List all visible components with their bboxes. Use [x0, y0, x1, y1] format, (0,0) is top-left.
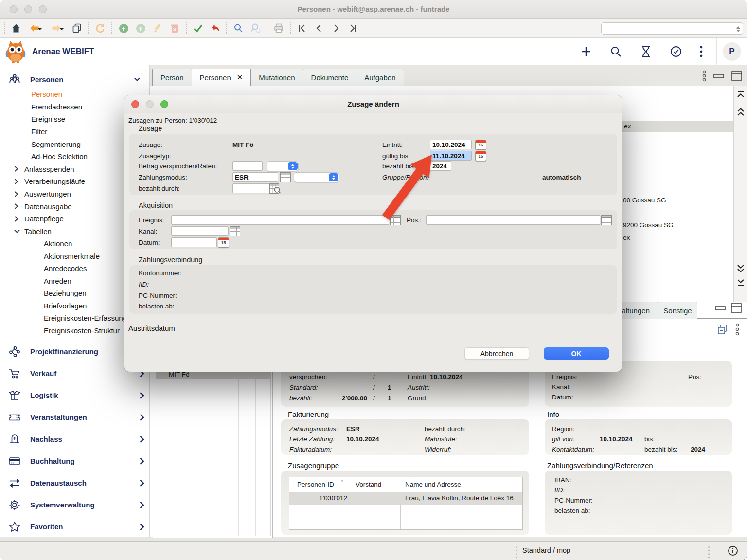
- detail-minimize-icon[interactable]: [715, 305, 726, 311]
- overflow-menu-icon[interactable]: [700, 46, 703, 57]
- tab-dokumente[interactable]: Dokumente: [303, 69, 357, 86]
- detail-more-icon[interactable]: [735, 323, 739, 336]
- sidebar-item-veranstaltungen[interactable]: Veranstaltungen: [0, 406, 149, 428]
- cancel-button[interactable]: Abbrechen: [464, 347, 529, 360]
- table-lookup-icon[interactable]: [230, 226, 240, 236]
- tasks-check-circle-icon[interactable]: [670, 45, 682, 58]
- panel-more-icon[interactable]: [702, 70, 706, 82]
- column-header-vorstand[interactable]: Vorstand: [356, 481, 381, 488]
- kanal-field[interactable]: [171, 226, 229, 236]
- refresh-icon[interactable]: [94, 22, 106, 34]
- zahlungsmodus-field[interactable]: [232, 172, 278, 182]
- tab-personen[interactable]: Personen✕: [192, 69, 251, 86]
- ereignis-field[interactable]: [171, 215, 389, 225]
- close-icon[interactable]: ✕: [237, 73, 243, 82]
- table-row[interactable]: 1'030'012 Frau, Flavia Kotlin, Route de …: [289, 492, 522, 505]
- panel-minimize-icon[interactable]: [713, 73, 724, 79]
- cancel-button-label: Abbrechen: [480, 350, 514, 358]
- delete-icon[interactable]: [169, 22, 180, 34]
- search-icon[interactable]: [232, 22, 244, 34]
- undo-icon[interactable]: [209, 22, 221, 34]
- page-up-icon[interactable]: [736, 107, 745, 117]
- calendar-icon[interactable]: [218, 237, 229, 248]
- back-icon[interactable]: [27, 22, 44, 34]
- sort-ascending-icon[interactable]: ⌃: [340, 479, 344, 486]
- eintritt-date-field[interactable]: [430, 140, 472, 149]
- column-header-personen-id[interactable]: Personen-ID: [297, 481, 334, 488]
- avatar[interactable]: P: [723, 42, 741, 61]
- table-lookup-icon[interactable]: [280, 172, 291, 182]
- column-header-name-adresse[interactable]: Name und Adresse: [405, 481, 461, 488]
- combobox-stepper-icon[interactable]: [736, 24, 740, 34]
- home-icon[interactable]: [10, 22, 22, 34]
- tab-person[interactable]: Person: [152, 69, 192, 86]
- info-icon[interactable]: [728, 545, 738, 556]
- add-icon[interactable]: +: [118, 22, 129, 34]
- lookup-search-icon[interactable]: [269, 183, 281, 194]
- betrag-field[interactable]: [232, 161, 263, 171]
- calendar-icon[interactable]: [475, 151, 486, 161]
- toolbar-combobox[interactable]: [601, 22, 743, 35]
- sidebar-item-datenaustausch[interactable]: Datenaustausch: [0, 472, 149, 494]
- ok-button[interactable]: OK: [544, 347, 609, 360]
- sidebar-item-favoriten[interactable]: Favoriten: [0, 516, 149, 538]
- sidebar-item-nachlass[interactable]: Nachlass: [0, 428, 149, 450]
- window-minimize-button[interactable]: [24, 5, 32, 13]
- next-record-icon[interactable]: [330, 22, 342, 34]
- dialog-zoom-button[interactable]: [160, 100, 168, 108]
- back-dropdown-caret[interactable]: [38, 28, 42, 32]
- gueltig-bis-date-field[interactable]: [430, 151, 472, 161]
- window-close-button[interactable]: [10, 5, 18, 13]
- akq-datum-field[interactable]: [171, 237, 217, 247]
- sidebar-item-personen-section[interactable]: Personen: [0, 65, 149, 88]
- sidebar-item-buchhaltung[interactable]: Buchhaltung: [0, 450, 149, 472]
- table-lookup-icon[interactable]: [601, 215, 612, 225]
- last-record-icon[interactable]: [347, 22, 359, 34]
- edit-icon[interactable]: [152, 22, 163, 34]
- chevron-down-icon[interactable]: [134, 77, 141, 82]
- page-down-icon[interactable]: [736, 263, 745, 274]
- dialog-minimize-button[interactable]: [146, 100, 154, 108]
- copy-panel-icon[interactable]: [717, 324, 729, 335]
- forward-icon[interactable]: [49, 22, 66, 34]
- statusbar-drag-handle[interactable]: [516, 550, 517, 551]
- forward-dropdown-caret[interactable]: [60, 28, 64, 32]
- zahlungsmodus-select[interactable]: [294, 172, 339, 182]
- bezahlt-durch-field[interactable]: [232, 183, 270, 193]
- global-search-icon[interactable]: [609, 45, 622, 58]
- dialog-close-button[interactable]: [131, 100, 139, 108]
- tab-mutationen[interactable]: Mutationen: [250, 69, 303, 86]
- tab-aufgaben[interactable]: Aufgaben: [356, 69, 404, 86]
- bezahlt-bis-jahr-field[interactable]: [430, 161, 451, 171]
- print-icon[interactable]: [273, 22, 285, 34]
- sidebar-item-systemverwaltung[interactable]: Systemverwaltung: [0, 494, 149, 516]
- stepper-icon[interactable]: [329, 173, 338, 181]
- calendar-icon[interactable]: [475, 140, 486, 150]
- new-record-icon[interactable]: [580, 46, 592, 57]
- pos-field[interactable]: [426, 215, 600, 225]
- sidebar-item-label: Verarbeitungsläufe: [24, 177, 85, 185]
- panel-window-icon[interactable]: [731, 71, 742, 81]
- table-lookup-icon[interactable]: [390, 215, 401, 225]
- raten-select[interactable]: [267, 161, 299, 171]
- statusbar-drag-handle[interactable]: [708, 550, 710, 551]
- detail-window-icon[interactable]: [731, 303, 742, 313]
- field-label: Fakturadatum:: [289, 446, 332, 453]
- chevron-right-icon: [14, 178, 20, 185]
- first-record-icon[interactable]: [296, 22, 308, 34]
- confirm-icon[interactable]: [192, 22, 204, 34]
- stepper-icon[interactable]: [288, 162, 298, 170]
- scroll-to-top-icon[interactable]: [736, 90, 745, 99]
- tab-sonstige[interactable]: Sonstige: [658, 302, 697, 319]
- history-hourglass-icon[interactable]: [640, 45, 652, 58]
- field-label: versprochen:: [289, 373, 327, 380]
- window-zoom-button[interactable]: [39, 5, 47, 13]
- scroll-to-bottom-icon[interactable]: [736, 278, 745, 287]
- previous-record-icon[interactable]: [313, 22, 325, 34]
- duplicate-window-icon[interactable]: [71, 22, 83, 34]
- section-title-zusagengruppe: Zusagengruppe: [288, 461, 339, 470]
- add-secondary-icon[interactable]: +: [135, 22, 146, 34]
- sidebar-item-label: Datenaustausch: [30, 479, 87, 487]
- search-refresh-icon[interactable]: [249, 22, 261, 34]
- sidebar-item-logistik[interactable]: Logistik: [0, 384, 149, 406]
